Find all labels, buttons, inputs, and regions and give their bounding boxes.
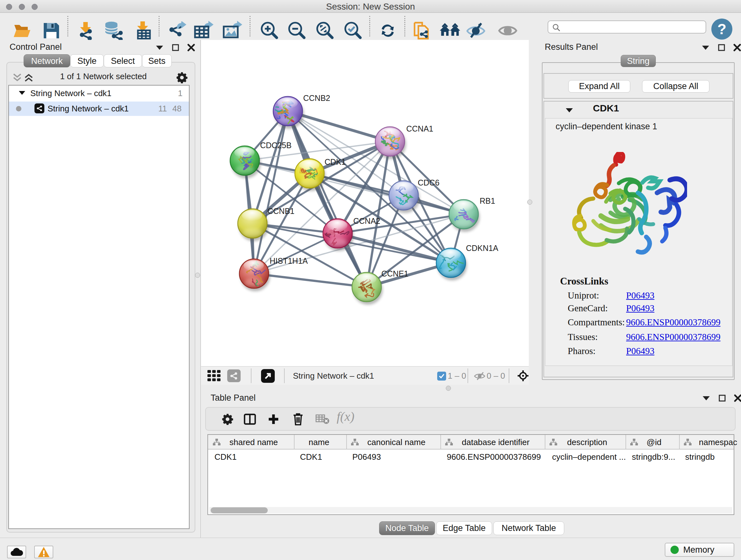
svg-text:CCNB2: CCNB2: [303, 94, 330, 103]
svg-text:RB1: RB1: [480, 196, 495, 205]
svg-text:HIST1H1A: HIST1H1A: [270, 256, 308, 265]
svg-text:CDK1: CDK1: [325, 158, 346, 166]
svg-text:CCNE1: CCNE1: [381, 269, 408, 278]
svg-text:CCNA1: CCNA1: [406, 124, 433, 133]
svg-text:CCNB1: CCNB1: [267, 206, 294, 215]
svg-text:CDC6: CDC6: [418, 178, 440, 187]
svg-text:CCNA2: CCNA2: [353, 216, 381, 226]
svg-text:CDC25B: CDC25B: [260, 141, 292, 150]
svg-text:CDKN1A: CDKN1A: [466, 244, 498, 253]
